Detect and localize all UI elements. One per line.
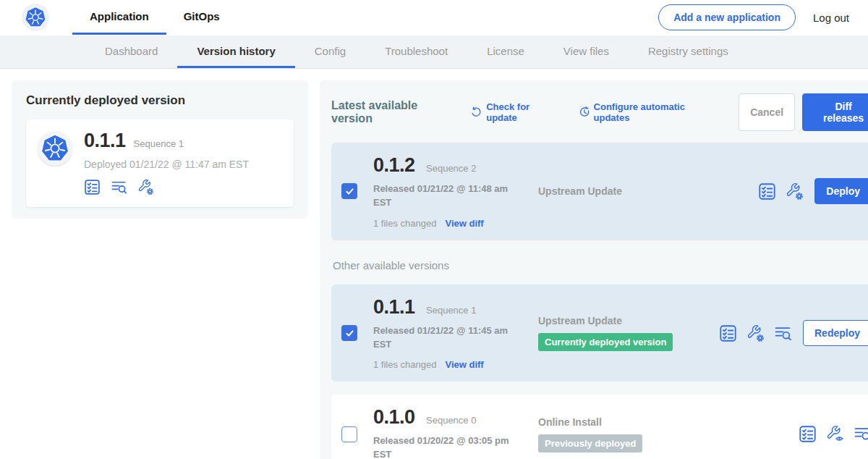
config-wrench-eye-icon[interactable] xyxy=(826,425,844,443)
files-changed-label: 1 files changed xyxy=(373,359,436,370)
diff-releases-button[interactable]: Diff releases xyxy=(802,93,868,131)
redeploy-button[interactable]: Redeploy xyxy=(803,320,868,346)
version-checkbox[interactable] xyxy=(341,183,357,199)
config-wrench-gear-icon[interactable] xyxy=(137,179,154,195)
config-wrench-gear-icon[interactable] xyxy=(786,182,804,201)
version-source-label: Upstream Update xyxy=(538,185,719,197)
version-row-actions xyxy=(799,425,868,443)
status-badge: Previously deployed xyxy=(538,434,642,452)
view-logs-magnifier-icon[interactable] xyxy=(774,324,792,342)
version-row-actions xyxy=(719,324,792,342)
view-diff-link[interactable]: View diff xyxy=(445,359,483,370)
subtab-dashboard[interactable]: Dashboard xyxy=(85,35,177,68)
sequence-label: Sequence 1 xyxy=(426,305,476,316)
kubernetes-icon xyxy=(41,134,69,163)
subtab-view-files[interactable]: View files xyxy=(544,35,629,68)
add-new-application-button[interactable]: Add a new application xyxy=(658,4,796,30)
version-source-label: Upstream Update xyxy=(538,315,719,327)
preflight-checklist-icon[interactable] xyxy=(84,179,101,195)
version-label: 0.1.1 xyxy=(373,296,415,318)
preflight-checklist-icon[interactable] xyxy=(719,324,737,342)
version-row: 0.1.1 Sequence 1 Released 01/21/22 @ 11:… xyxy=(331,285,868,382)
check-icon xyxy=(344,186,355,197)
view-diff-link[interactable]: View diff xyxy=(445,218,483,229)
subtab-registry-settings[interactable]: Registry settings xyxy=(629,35,748,68)
version-checkbox[interactable] xyxy=(341,325,357,341)
version-row: 0.1.2 Sequence 2 Released 01/21/22 @ 11:… xyxy=(331,143,868,240)
released-date-label: Released 01/21/22 @ 11:48 am EST xyxy=(373,182,518,210)
files-changed-label: 1 files changed xyxy=(373,218,436,229)
check-icon xyxy=(344,328,355,339)
subtab-config[interactable]: Config xyxy=(295,35,365,68)
view-logs-magnifier-icon[interactable] xyxy=(111,179,127,195)
latest-version-header: Latest available version Check for updat… xyxy=(331,93,868,131)
subtab-license[interactable]: License xyxy=(467,35,544,68)
currently-deployed-heading: Currently deployed version xyxy=(26,93,294,108)
kubernetes-logo[interactable] xyxy=(22,4,49,31)
other-versions-heading: Other available versions xyxy=(333,259,868,271)
deployed-version-card: 0.1.1 Sequence 1 Deployed 01/21/22 @ 11:… xyxy=(26,119,294,207)
status-badge: Currently deployed version xyxy=(538,333,673,351)
subtab-troubleshoot[interactable]: Troubleshoot xyxy=(365,35,467,68)
preflight-checklist-icon[interactable] xyxy=(758,182,776,201)
deployed-version-actions xyxy=(84,179,249,195)
currently-deployed-panel: Currently deployed version 0.1.1 Sequenc… xyxy=(12,80,308,219)
version-history-panel: Latest available version Check for updat… xyxy=(320,80,868,459)
version-row: 0.1.0 Sequence 0 Released 01/20/22 @ 03:… xyxy=(331,395,868,459)
preflight-checklist-icon[interactable] xyxy=(799,425,817,443)
logout-button[interactable]: Log out xyxy=(813,12,849,24)
version-checkbox[interactable] xyxy=(341,426,357,442)
subtab-version-history[interactable]: Version history xyxy=(177,35,294,68)
top-tab-gitops[interactable]: GitOps xyxy=(166,0,237,35)
version-label: 0.1.2 xyxy=(373,154,415,176)
kubernetes-icon xyxy=(25,7,46,28)
configure-automatic-updates-link[interactable]: Configure automatic updates xyxy=(579,101,723,123)
refresh-icon xyxy=(471,106,482,118)
released-date-label: Released 01/20/22 @ 03:05 pm EST xyxy=(373,434,518,459)
cancel-button[interactable]: Cancel xyxy=(739,93,795,131)
check-for-update-link[interactable]: Check for update xyxy=(471,101,562,123)
clock-refresh-icon xyxy=(579,106,590,118)
latest-version-heading: Latest available version xyxy=(331,99,461,125)
app-logo xyxy=(38,131,72,166)
version-row-actions xyxy=(758,182,804,201)
view-logs-magnifier-icon[interactable] xyxy=(854,425,868,443)
version-source-label: Online Install xyxy=(538,416,719,428)
top-tab-application[interactable]: Application xyxy=(72,0,166,35)
version-label: 0.1.0 xyxy=(373,406,415,428)
top-nav-tabs: ApplicationGitOps xyxy=(72,0,237,35)
sequence-label: Sequence 1 xyxy=(134,138,184,149)
released-date-label: Released 01/21/22 @ 11:45 am EST xyxy=(373,324,518,352)
sequence-label: Sequence 2 xyxy=(426,163,476,174)
config-wrench-gear-icon[interactable] xyxy=(746,324,765,342)
sequence-label: Sequence 0 xyxy=(426,415,476,426)
version-label: 0.1.1 xyxy=(84,130,126,152)
deployed-date-label: Deployed 01/21/22 @ 11:47 am EST xyxy=(84,159,249,170)
top-navbar: ApplicationGitOps Add a new application … xyxy=(0,0,868,35)
deploy-button[interactable]: Deploy xyxy=(814,178,868,204)
app-sub-navbar: DashboardVersion historyConfigTroublesho… xyxy=(0,35,868,69)
main-content: Currently deployed version 0.1.1 Sequenc… xyxy=(0,69,868,459)
